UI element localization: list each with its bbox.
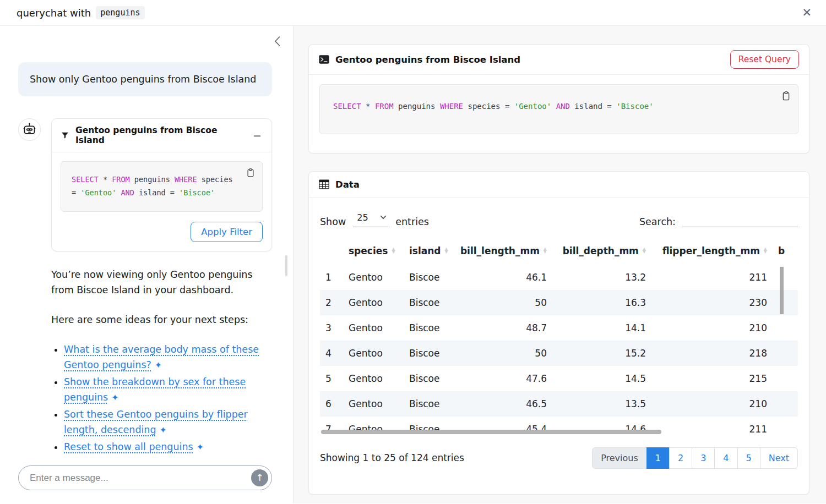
suggestion-list: What is the average body mass of these G… (51, 342, 272, 454)
column-header[interactable]: flipper_length_mm▲▼ (651, 240, 773, 265)
table-cell: 230 (651, 290, 773, 315)
table-row[interactable]: 1GentooBiscoe46.113.2211 (320, 265, 798, 290)
reset-query-button[interactable]: Reset Query (730, 50, 799, 69)
table-cell: 5 (320, 366, 343, 391)
column-header (320, 240, 343, 265)
table-cell: Biscoe (404, 417, 459, 437)
table-cell: Biscoe (404, 290, 459, 315)
table-cell: 45.4 (459, 417, 552, 437)
table-cell: 15.2 (552, 341, 651, 366)
table-icon (319, 179, 329, 189)
table-cell: 13.5 (552, 391, 651, 417)
chat-history: Show only Gentoo penguins from Biscoe Is… (0, 26, 293, 465)
sidebar-collapse-icon[interactable] (271, 34, 283, 49)
suggestion-item: Reset to show all penguins✦ (64, 439, 272, 454)
table-cell: Biscoe (404, 265, 459, 290)
sql-code: SELECT * FROM penguins WHERE species = '… (72, 175, 233, 197)
sidebar-resize-handle[interactable] (285, 255, 287, 276)
page-button-5[interactable]: 5 (737, 447, 760, 469)
pagination: Previous12345Next (592, 447, 798, 469)
table-row[interactable]: 7GentooBiscoe45.414.6211 (320, 417, 798, 437)
table-cell: 14.5 (552, 366, 651, 391)
chat-input-bar: ↑ (0, 465, 293, 503)
page-button-next[interactable]: Next (760, 447, 798, 469)
page-size-select[interactable]: 25 (353, 211, 388, 227)
column-header[interactable]: bill_depth_mm▲▼ (552, 240, 651, 265)
table-cell: 13.2 (552, 265, 651, 290)
table-cell: 210 (651, 391, 773, 417)
user-message: Show only Gentoo penguins from Biscoe Is… (18, 62, 272, 96)
app-title: querychat with penguins (17, 6, 145, 19)
page-button-1[interactable]: 1 (646, 447, 670, 469)
vertical-scrollbar[interactable] (780, 267, 784, 314)
column-header[interactable]: species▲▼ (343, 240, 404, 265)
suggestion-link[interactable]: Sort these Gentoo penguins by flipper le… (64, 409, 248, 435)
sort-icon[interactable]: ▲▼ (392, 248, 395, 254)
column-header[interactable]: bill_length_mm▲▼ (459, 240, 552, 265)
table-cell: 47.6 (459, 366, 552, 391)
close-icon[interactable]: ✕ (802, 7, 812, 19)
sort-icon[interactable]: ▲▼ (764, 248, 767, 254)
suggestion-item: What is the average body mass of these G… (64, 342, 272, 372)
table-row[interactable]: 2GentooBiscoe5016.3230 (320, 290, 798, 315)
column-header[interactable]: island▲▼ (404, 240, 459, 265)
table-cell: 16.3 (552, 290, 651, 315)
table-row[interactable]: 3GentooBiscoe48.714.1210 (320, 315, 798, 341)
chat-input[interactable] (18, 465, 272, 490)
table-cell: 7 (320, 417, 343, 437)
sql-code-block: SELECT * FROM penguins WHERE species = '… (61, 161, 263, 211)
entries-label: entries (395, 216, 429, 227)
sort-icon[interactable]: ▲▼ (643, 248, 646, 254)
app-title-text: querychat with (17, 7, 91, 19)
data-card-title: Data (335, 179, 799, 190)
sparkle-icon: ✦ (160, 425, 167, 435)
table-row[interactable]: 5GentooBiscoe47.614.5215 (320, 366, 798, 391)
send-icon[interactable]: ↑ (251, 469, 268, 486)
app-header: querychat with penguins ✕ (0, 0, 826, 26)
copy-icon[interactable] (244, 167, 257, 179)
filter-tool-card: Gentoo penguins from Biscoe Island − (51, 118, 272, 251)
table-row[interactable]: 4GentooBiscoe5015.2218 (320, 341, 798, 366)
chat-sidebar: Show only Gentoo penguins from Biscoe Is… (0, 26, 294, 503)
column-header-label: species (349, 245, 388, 256)
page-button-3[interactable]: 3 (692, 447, 715, 469)
sort-icon[interactable]: ▲▼ (544, 248, 547, 254)
apply-filter-button[interactable]: Apply Filter (191, 222, 263, 242)
table-cell (773, 290, 798, 315)
bot-message-paragraph: You’re now viewing only Gentoo penguins … (51, 267, 272, 298)
table-cell: 215 (651, 366, 773, 391)
table-cell: 211 (651, 265, 773, 290)
horizontal-scrollbar[interactable] (321, 430, 661, 434)
collapse-card-icon[interactable]: − (252, 130, 263, 141)
table-cell: 210 (651, 315, 773, 341)
show-label: Show (320, 216, 346, 227)
search-input[interactable] (682, 213, 798, 227)
page-size-value: 25 (357, 212, 368, 223)
query-card: Gentoo penguins from Biscoe Island Reset… (308, 44, 809, 154)
table-cell: Gentoo (343, 391, 404, 417)
page-button-2[interactable]: 2 (669, 447, 692, 469)
table-cell: Biscoe (404, 315, 459, 341)
page-button-4[interactable]: 4 (714, 447, 737, 469)
table-cell: 50 (459, 290, 552, 315)
table-row[interactable]: 6GentooBiscoe46.513.5210 (320, 391, 798, 417)
terminal-icon (319, 54, 329, 64)
sort-icon[interactable]: ▲▼ (445, 248, 448, 254)
table-cell: Gentoo (343, 315, 404, 341)
data-table: species▲▼island▲▼bill_length_mm▲▼bill_de… (320, 240, 798, 437)
table-cell: 6 (320, 391, 343, 417)
copy-icon[interactable] (780, 90, 792, 102)
suggestion-link[interactable]: Reset to show all penguins (64, 441, 193, 452)
table-cell: 46.1 (459, 265, 552, 290)
data-table-viewport: species▲▼island▲▼bill_length_mm▲▼bill_de… (320, 240, 798, 437)
table-cell: 2 (320, 290, 343, 315)
table-cell: Gentoo (343, 265, 404, 290)
column-header-label: bill_length_mm (460, 245, 540, 256)
suggestion-item: Sort these Gentoo penguins by flipper le… (64, 407, 272, 437)
bot-avatar (18, 118, 41, 141)
table-cell (773, 417, 798, 437)
suggestion-link[interactable]: Show the breakdown by sex for these peng… (64, 376, 246, 403)
column-header: b (773, 240, 798, 265)
robot-icon (22, 122, 37, 137)
table-cell: 211 (651, 417, 773, 437)
